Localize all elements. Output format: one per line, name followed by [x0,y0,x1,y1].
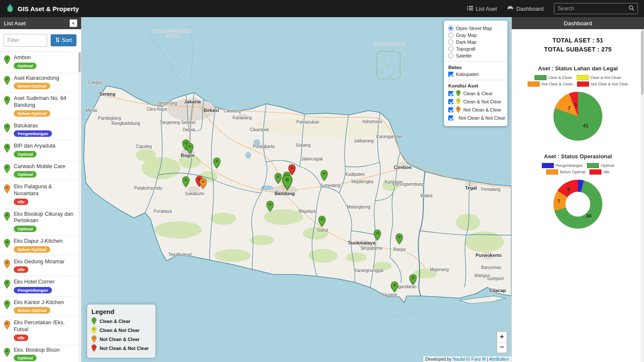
legend-swatch [577,81,589,87]
base-layer-option[interactable]: Topografi [448,46,503,51]
map-marker-green[interactable] [274,173,282,184]
list-item[interactable]: Eks Kantor J-KitchenBelum Optimal [0,297,81,317]
app-brand: GIS Aset & Property [6,3,79,14]
status-badge: Optimal [14,151,36,157]
asset-name: BIP dan Aryaduta [14,143,55,150]
base-layer-option[interactable]: Dark Map [448,39,503,45]
scrollbar-thumb[interactable] [79,52,81,72]
navbar-search [554,3,638,14]
scrollbar-thumb[interactable] [641,30,644,95]
search-icon[interactable] [629,5,634,12]
list-item[interactable]: BatukarasPengembangan [0,120,81,141]
author-link[interactable]: Naufal El Fariz M [453,357,486,362]
list-item[interactable]: Eks. Bioskop BisonOptimal [0,344,81,362]
search-input[interactable] [558,6,629,12]
status-badge: Pengembangan [14,130,52,137]
collapse-sidebar-button[interactable]: < [70,19,77,27]
legend-text: Idle [603,170,610,174]
doughnut-hole [565,192,590,217]
status-badge: Optimal [14,63,36,69]
green-pin-icon [374,229,381,240]
kondisi-heading: Kondisi Aset [448,83,503,88]
org-link[interactable]: AltnBullion [489,357,509,362]
map-marker-green[interactable] [266,201,274,211]
list-item[interactable]: Eks Palaguna & NusantaraIdle [0,181,81,208]
base-layer-option[interactable]: Satelite [448,53,503,58]
map-marker-green[interactable] [391,281,398,292]
list-item[interactable]: Eks Dapur J-KitchenBelum Optimal [0,235,81,256]
map-marker-green[interactable] [282,175,293,190]
kondisi-layer-option[interactable]: Clean & Not Clear [448,98,503,105]
yellow-pin-icon [456,98,461,105]
dashboard-icon [507,6,513,12]
map-marker-green[interactable] [182,176,190,187]
kondisi-layer-option[interactable]: Not Clean & Not Clear [448,115,503,121]
map-marker-green[interactable] [186,143,194,154]
status-badge: Optimal [14,226,36,232]
list-item[interactable]: Aset Sudirman No. 64 BandungBelum Optima… [0,93,81,120]
map-marker-green[interactable] [318,216,326,226]
green-pin-icon [4,300,10,309]
divider [444,80,507,80]
red-pin-icon [91,344,97,352]
zoom-control: + − [496,331,507,353]
sidebar-scrollbar[interactable] [78,51,81,362]
nav-list-aset[interactable]: List Aset [467,6,497,12]
list-item[interactable]: Eks Gedung MiramarIdle [0,256,81,277]
base-layer-option[interactable]: Gray Map [448,33,503,38]
attribution-prefix: Developed by [425,357,453,362]
map-marker-orange[interactable] [199,178,207,189]
top-navbar: GIS Aset & Property List Aset Dashboard [0,0,644,17]
chart-legend: PengembanganOptimalBelum OptimalIdle [519,163,637,175]
list-aset-panel: List Aset < Sort AmbonOptimalAset Kiarac… [0,17,82,362]
legend-row: Clean & Clear [91,317,149,325]
sort-button[interactable]: Sort [51,34,76,46]
radio-icon [448,46,453,51]
batas-layer-option[interactable]: Kabupaten [448,72,503,77]
map-marker-red[interactable] [288,164,296,175]
list-icon [467,6,473,12]
list-item[interactable]: Eks Percetakan /Eks. FutsalIdle [0,317,81,344]
list-item[interactable]: Eks Hotel CornerPengembangan [0,276,81,297]
divider [444,61,507,62]
map-marker-green[interactable] [395,233,403,244]
map-marker-green[interactable] [320,170,328,181]
nav-dashboard[interactable]: Dashboard [507,6,544,12]
green-pin-icon [395,233,403,244]
map-marker-green[interactable] [374,229,381,240]
legend-text: Optimal [601,163,614,168]
legend-text: Not Clear & Clean [541,82,573,86]
map-marker-green[interactable] [213,157,221,168]
list-item[interactable]: Eks Bioskop Cikuray dan PertokoanOptimal [0,208,81,235]
list-item[interactable]: AmbonOptimal [0,52,81,72]
asset-name: Eks Gedung Miramar [14,259,64,265]
legend-text: Clear & Clean [548,75,572,80]
map-canvas[interactable]: MerakCilegonSerangPandeglangRangkasbitun… [82,17,511,362]
list-item[interactable]: Carwash Mobile CareOptimal [0,161,81,181]
zoom-in-button[interactable]: + [497,332,507,342]
legend-swatch [542,163,554,168]
chart-value-label: 7 [557,199,560,204]
zoom-out-button[interactable]: − [497,342,507,353]
nav-dashboard-label: Dashboard [516,6,544,12]
status-badge: Optimal [14,171,36,178]
orange-pin-icon [4,259,10,268]
kondisi-layer-option[interactable]: Clean & Clear [448,90,503,97]
chart-value-label: 8 [567,187,570,192]
legend-title: Legend [91,308,149,315]
legend-items: Clean & ClearClean & Not ClearNot Clean … [91,317,149,352]
kondisi-layer-option[interactable]: Not Clean & Clear [448,106,503,113]
list-item[interactable]: Aset KiaracondongBelum Optimal [0,72,81,93]
legend-text: Not Clear & Not Clear [591,82,628,86]
sort-icon [55,37,60,44]
asset-name: Eks Hotel Corner [14,279,55,286]
dashboard-scrollbar[interactable] [641,29,644,362]
list-item[interactable]: BIP dan AryadutaOptimal [0,140,81,161]
filter-input[interactable] [3,34,47,47]
base-layer-option[interactable]: Open Street Map [448,26,503,31]
nav-list-aset-label: List Aset [476,6,497,12]
checkbox-icon [448,107,453,112]
green-pin-icon [4,164,10,173]
asset-name: Aset Sudirman No. 64 Bandung [14,95,78,109]
map-marker-green[interactable] [409,274,417,285]
